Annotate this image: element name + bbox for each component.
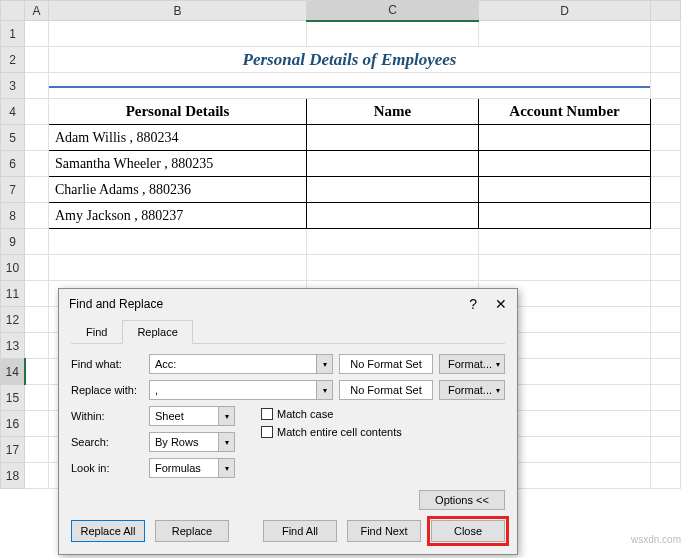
col-header-c[interactable]: C <box>307 1 479 21</box>
col-header-extra[interactable] <box>651 1 681 21</box>
cell[interactable] <box>307 229 479 255</box>
row-header[interactable]: 2 <box>1 47 25 73</box>
title-cell[interactable]: Personal Details of Employees <box>49 47 651 73</box>
table-header-name[interactable]: Name <box>307 99 479 125</box>
cell[interactable] <box>49 73 651 99</box>
col-header-b[interactable]: B <box>49 1 307 21</box>
cell[interactable] <box>479 229 651 255</box>
row-header[interactable]: 8 <box>1 203 25 229</box>
options-button[interactable]: Options << <box>419 490 505 510</box>
data-cell[interactable] <box>479 203 651 229</box>
cell[interactable] <box>25 333 49 359</box>
cell[interactable] <box>25 125 49 151</box>
cell[interactable] <box>49 229 307 255</box>
replace-with-input[interactable]: ,▾ <box>149 380 333 400</box>
row-header[interactable]: 17 <box>1 437 25 463</box>
cell[interactable] <box>651 177 681 203</box>
cell[interactable] <box>651 281 681 307</box>
cell[interactable] <box>49 21 307 47</box>
cell[interactable] <box>651 73 681 99</box>
cell[interactable] <box>651 21 681 47</box>
cell[interactable] <box>25 359 49 385</box>
row-header[interactable]: 9 <box>1 229 25 255</box>
close-button[interactable]: Close <box>431 520 505 542</box>
cell[interactable] <box>25 281 49 307</box>
find-what-input[interactable]: Acc:▾ <box>149 354 333 374</box>
search-select[interactable]: By Rows▾ <box>149 432 235 452</box>
cell[interactable] <box>25 177 49 203</box>
col-header-d[interactable]: D <box>479 1 651 21</box>
cell[interactable] <box>25 151 49 177</box>
row-header[interactable]: 7 <box>1 177 25 203</box>
cell[interactable] <box>25 463 49 489</box>
data-cell[interactable] <box>479 177 651 203</box>
cell[interactable] <box>25 307 49 333</box>
data-cell[interactable]: Charlie Adams , 880236 <box>49 177 307 203</box>
cell[interactable] <box>25 203 49 229</box>
chevron-down-icon[interactable]: ▾ <box>218 407 234 425</box>
row-header[interactable]: 13 <box>1 333 25 359</box>
cell[interactable] <box>25 47 49 73</box>
row-header[interactable]: 10 <box>1 255 25 281</box>
replace-button[interactable]: Replace <box>155 520 229 542</box>
cell[interactable] <box>479 255 651 281</box>
data-cell[interactable] <box>479 151 651 177</box>
table-header-details[interactable]: Personal Details <box>49 99 307 125</box>
cell[interactable] <box>651 333 681 359</box>
replace-format-button[interactable]: Format... <box>439 380 505 400</box>
data-cell[interactable] <box>307 151 479 177</box>
cell[interactable] <box>651 255 681 281</box>
data-cell[interactable] <box>479 125 651 151</box>
find-format-button[interactable]: Format... <box>439 354 505 374</box>
cell[interactable] <box>651 47 681 73</box>
cell[interactable] <box>651 99 681 125</box>
cell[interactable] <box>25 99 49 125</box>
match-entire-checkbox[interactable]: Match entire cell contents <box>261 426 402 438</box>
cell[interactable] <box>25 255 49 281</box>
cell[interactable] <box>479 21 651 47</box>
within-select[interactable]: Sheet▾ <box>149 406 235 426</box>
data-cell[interactable] <box>307 203 479 229</box>
find-all-button[interactable]: Find All <box>263 520 337 542</box>
row-header[interactable]: 1 <box>1 21 25 47</box>
cell[interactable] <box>651 463 681 489</box>
row-header[interactable]: 14 <box>1 359 25 385</box>
cell[interactable] <box>651 385 681 411</box>
cell[interactable] <box>651 307 681 333</box>
cell[interactable] <box>25 21 49 47</box>
col-header-a[interactable]: A <box>25 1 49 21</box>
cell[interactable] <box>25 229 49 255</box>
data-cell[interactable] <box>307 125 479 151</box>
data-cell[interactable]: Adam Willis , 880234 <box>49 125 307 151</box>
cell[interactable] <box>651 203 681 229</box>
chevron-down-icon[interactable]: ▾ <box>218 459 234 477</box>
cell[interactable] <box>49 255 307 281</box>
cell[interactable] <box>651 229 681 255</box>
data-cell[interactable]: Amy Jackson , 880237 <box>49 203 307 229</box>
chevron-down-icon[interactable]: ▾ <box>316 381 332 399</box>
row-header[interactable]: 18 <box>1 463 25 489</box>
cell[interactable] <box>651 151 681 177</box>
chevron-down-icon[interactable]: ▾ <box>316 355 332 373</box>
table-header-account[interactable]: Account Number <box>479 99 651 125</box>
row-header[interactable]: 11 <box>1 281 25 307</box>
cell[interactable] <box>25 437 49 463</box>
row-header[interactable]: 6 <box>1 151 25 177</box>
cell[interactable] <box>651 437 681 463</box>
cell[interactable] <box>25 385 49 411</box>
data-cell[interactable]: Samantha Wheeler , 880235 <box>49 151 307 177</box>
row-header[interactable]: 4 <box>1 99 25 125</box>
cell[interactable] <box>307 21 479 47</box>
match-case-checkbox[interactable]: Match case <box>261 408 402 420</box>
cell[interactable] <box>25 73 49 99</box>
lookin-select[interactable]: Formulas▾ <box>149 458 235 478</box>
row-header[interactable]: 5 <box>1 125 25 151</box>
dialog-titlebar[interactable]: Find and Replace ? ✕ <box>59 289 517 319</box>
help-icon[interactable]: ? <box>469 296 477 312</box>
chevron-down-icon[interactable]: ▾ <box>218 433 234 451</box>
cell[interactable] <box>651 125 681 151</box>
row-header[interactable]: 15 <box>1 385 25 411</box>
data-cell[interactable] <box>307 177 479 203</box>
replace-all-button[interactable]: Replace All <box>71 520 145 542</box>
select-all-corner[interactable] <box>1 1 25 21</box>
